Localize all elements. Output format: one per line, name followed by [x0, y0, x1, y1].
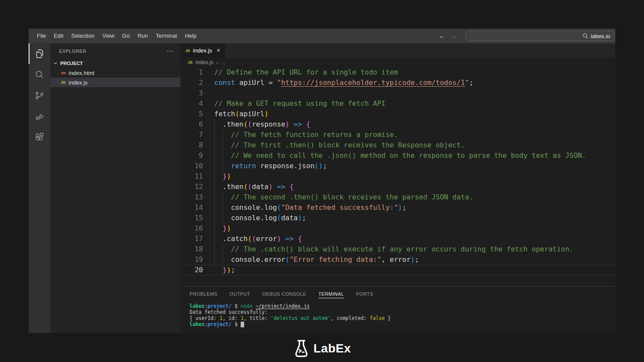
line-number: 11 — [180, 171, 203, 182]
code-line-11[interactable]: 11 }) — [180, 171, 615, 182]
indent-guide — [222, 161, 223, 171]
indent-guide — [214, 150, 215, 161]
js-icon: JS — [185, 49, 190, 53]
code-line-16[interactable]: 16 }) — [180, 223, 615, 234]
code-content: return response.json(); — [203, 161, 615, 171]
line-number: 5 — [180, 109, 203, 119]
activity-explorer[interactable] — [29, 43, 50, 64]
line-number: 10 — [180, 161, 203, 171]
magnifier-icon — [582, 33, 588, 39]
code-content: }) — [203, 223, 615, 234]
indent-guide — [214, 244, 215, 254]
code-content: console.error("Error fetching data:", er… — [203, 254, 615, 265]
code-area[interactable]: 1// Define the API URL for a single todo… — [180, 67, 615, 286]
activity-search[interactable] — [29, 64, 50, 85]
extensions-icon — [34, 132, 45, 142]
panel-tab-output[interactable]: OUTPUT — [229, 290, 250, 298]
activity-run-debug[interactable] — [29, 106, 50, 127]
indent-guide — [222, 192, 223, 202]
indent-guide — [222, 254, 223, 265]
panel-tab-problems[interactable]: PROBLEMS — [190, 290, 217, 298]
code-line-9[interactable]: 9 // We need to call the .json() method … — [180, 150, 615, 161]
code-line-2[interactable]: 2const apiUrl = "https://jsonplaceholder… — [180, 78, 615, 88]
menu-help[interactable]: Help — [181, 29, 200, 43]
breadcrumb-file[interactable]: index.js — [196, 59, 213, 65]
search-input[interactable]: labex.io — [465, 31, 615, 41]
code-content: .then((response) => { — [203, 119, 615, 130]
editor-group: JS index.js ✕ JS index.js › ... 1// Defi… — [180, 43, 615, 333]
panel-tab-debug-console[interactable]: DEBUG CONSOLE — [262, 290, 306, 298]
code-line-19[interactable]: 19 console.error("Error fetching data:",… — [180, 254, 615, 265]
terminal-line: { userId: 1, id: 1, title: 'delectus aut… — [190, 315, 615, 321]
terminal-line: labex:project/ $ — [190, 321, 615, 327]
nav-back-icon[interactable]: ← — [436, 32, 448, 40]
brand-text: LabEx — [314, 342, 351, 355]
code-content: fetch(apiUrl) — [203, 109, 615, 119]
code-line-13[interactable]: 13 // The second .then() block receives … — [180, 192, 615, 202]
menu-selection[interactable]: Selection — [67, 29, 98, 43]
nav-forward-icon[interactable]: → — [448, 32, 460, 40]
terminal-output[interactable]: labex:project/ $ node ~/project/index.js… — [180, 301, 615, 333]
menu-view[interactable]: View — [98, 29, 118, 43]
menu-go[interactable]: Go — [118, 29, 134, 43]
code-line-15[interactable]: 15 console.log(data); — [180, 213, 615, 223]
line-number: 3 — [180, 88, 203, 98]
code-line-7[interactable]: 7 // The fetch function returns a promis… — [180, 130, 615, 140]
files-icon — [34, 49, 45, 59]
code-line-14[interactable]: 14 console.log("Data fetched successfull… — [180, 202, 615, 213]
menubar: FileEditSelectionViewGoRunTerminalHelp ←… — [29, 29, 615, 43]
indent-guide — [222, 150, 223, 161]
indent-guide — [222, 244, 223, 254]
indent-guide — [214, 130, 215, 140]
panel-tab-ports[interactable]: PORTS — [356, 290, 373, 298]
menu-terminal[interactable]: Terminal — [152, 29, 181, 43]
code-line-6[interactable]: 6 .then((response) => { — [180, 119, 615, 130]
panel-tab-terminal[interactable]: TERMINAL — [318, 290, 344, 298]
code-content — [203, 88, 615, 98]
indent-guide — [214, 213, 215, 223]
more-actions-icon[interactable]: ⋯ — [167, 47, 173, 55]
explorer-title: EXPLORER — [59, 49, 86, 54]
tab-index-js[interactable]: JS index.js ✕ — [180, 43, 225, 58]
code-line-4[interactable]: 4// Make a GET request using the fetch A… — [180, 98, 615, 109]
folder-project[interactable]: PROJECT — [50, 59, 180, 68]
menu-run[interactable]: Run — [134, 29, 152, 43]
close-icon[interactable]: ✕ — [216, 48, 220, 53]
code-line-20[interactable]: 20 }); — [180, 265, 615, 275]
code-line-12[interactable]: 12 .then((data) => { — [180, 182, 615, 192]
code-line-18[interactable]: 18 // The .catch() block will execute if… — [180, 244, 615, 254]
line-number: 7 — [180, 130, 203, 140]
file-index-html[interactable]: <>index.html — [50, 68, 180, 78]
code-content: }) — [203, 171, 615, 182]
indent-guide — [214, 182, 215, 192]
code-line-1[interactable]: 1// Define the API URL for a single todo… — [180, 67, 615, 78]
folder-project-label: PROJECT — [60, 61, 83, 66]
explorer-sidebar: EXPLORER ⋯ PROJECT <>index.htmlJSindex.j… — [50, 43, 180, 333]
activity-extensions[interactable] — [29, 127, 50, 147]
line-number: 19 — [180, 254, 203, 265]
indent-guide — [214, 171, 215, 182]
indent-guide — [214, 223, 215, 234]
line-number: 15 — [180, 213, 203, 223]
code-content: // The first .then() block receives the … — [203, 140, 615, 150]
activity-source-control[interactable] — [29, 85, 50, 106]
menu-edit[interactable]: Edit — [50, 29, 67, 43]
code-line-5[interactable]: 5fetch(apiUrl) — [180, 109, 615, 119]
line-number: 14 — [180, 202, 203, 213]
bottom-panel: PROBLEMSOUTPUTDEBUG CONSOLETERMINALPORTS… — [180, 286, 615, 333]
source-control-icon — [34, 90, 45, 101]
run-debug-icon — [34, 111, 45, 121]
code-line-17[interactable]: 17 .catch((error) => { — [180, 234, 615, 244]
line-number: 17 — [180, 234, 203, 244]
code-line-10[interactable]: 10 return response.json(); — [180, 161, 615, 171]
code-line-8[interactable]: 8 // The first .then() block receives th… — [180, 140, 615, 150]
breadcrumb-more[interactable]: ... — [221, 59, 226, 65]
code-content: console.log(data); — [203, 213, 615, 223]
file-index-js[interactable]: JSindex.js — [50, 78, 180, 87]
menu-file[interactable]: File — [33, 29, 50, 43]
code-content: // Make a GET request using the fetch AP… — [203, 98, 615, 109]
code-line-3[interactable]: 3 — [180, 88, 615, 98]
line-number: 18 — [180, 244, 203, 254]
breadcrumb[interactable]: JS index.js › ... — [180, 58, 615, 67]
panel-tabs: PROBLEMSOUTPUTDEBUG CONSOLETERMINALPORTS — [180, 287, 615, 301]
